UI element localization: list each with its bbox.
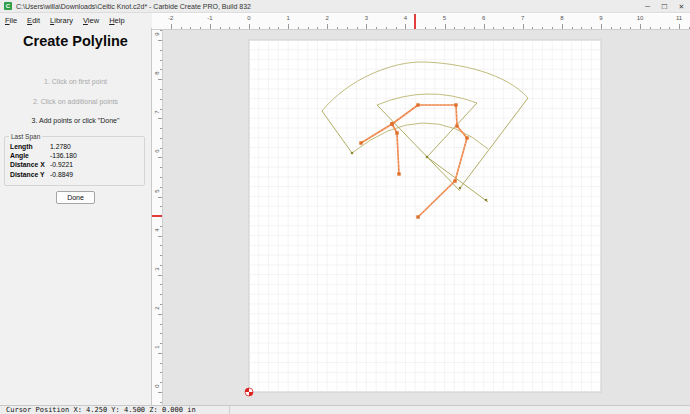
ruler-tick (190, 27, 191, 30)
polyline-vertex-marker (390, 122, 393, 125)
ruler-tick (464, 27, 465, 30)
ruler-tick (160, 50, 163, 51)
menu-item-library[interactable]: Library (50, 16, 73, 25)
ruler-label: 3 (365, 15, 368, 21)
ruler-tick (220, 27, 221, 30)
ruler-tick (288, 24, 289, 29)
cursor-position-readout: Cursor Position X: 4.250 Y: 4.500 Z: 0.0… (6, 406, 196, 414)
polyline-vertex-marker (455, 124, 458, 127)
ruler-tick (160, 255, 163, 256)
minimize-button[interactable]: ─ (639, 0, 656, 13)
ruler-tick (160, 324, 163, 325)
ruler-tick (158, 275, 163, 276)
ruler-tick (160, 187, 163, 188)
ruler-tick (158, 157, 163, 158)
ruler-tick (327, 24, 328, 29)
ruler-tick (679, 24, 680, 29)
close-button[interactable]: ✕ (673, 0, 690, 13)
app-icon: C (4, 2, 12, 10)
ruler-tick (552, 27, 553, 30)
ruler-tick (160, 99, 163, 100)
ruler-label: 11 (676, 15, 682, 21)
drawing-canvas[interactable] (163, 30, 690, 405)
ruler-tick (160, 372, 163, 373)
ruler-tick (158, 392, 163, 393)
ruler-tick (269, 27, 270, 30)
ruler-tick (513, 27, 514, 30)
ruler-label: 8 (560, 15, 563, 21)
cursor-marker-y (152, 215, 162, 217)
maximize-button[interactable]: ☐ (656, 0, 673, 13)
last-span-row: Length1.2780 (5, 142, 144, 151)
span-row-label: Length (10, 143, 50, 150)
window-title: C:\Users\willa\Downloads\Celtic Knot.c2d… (16, 3, 639, 10)
ruler-tick (158, 353, 163, 354)
ruler-tick (160, 265, 163, 266)
polyline-vertex-marker (395, 131, 398, 134)
step-3-instruction: 3. Add points or click "Done" (0, 117, 151, 124)
ruler-tick (158, 40, 163, 41)
ruler-label: 1 (286, 15, 289, 21)
ruler-tick (493, 27, 494, 30)
ruler-tick (523, 24, 524, 29)
done-button[interactable]: Done (56, 191, 95, 204)
ruler-label: 9 (599, 15, 602, 21)
ruler-tick (581, 27, 582, 30)
menu-item-file[interactable]: File (5, 16, 17, 25)
ruler-tick (160, 294, 163, 295)
ruler-tick (357, 27, 358, 30)
ruler-tick (660, 27, 661, 30)
ruler-tick (160, 148, 163, 149)
ruler-tick (160, 60, 163, 61)
ruler-tick (640, 24, 641, 29)
ruler-tick (386, 27, 387, 30)
ruler-tick (160, 343, 163, 344)
ruler-tick (591, 27, 592, 30)
polyline-vertex-marker (416, 215, 419, 218)
ruler-tick (454, 27, 455, 30)
last-span-row: Angle-136.180 (5, 151, 144, 160)
ruler-tick (160, 304, 163, 305)
ruler-tick (158, 79, 163, 80)
ruler-tick (562, 24, 563, 29)
canvas-svg[interactable] (163, 30, 690, 405)
ruler-tick (160, 30, 163, 31)
ruler-vertical: 0123456789 (152, 30, 163, 405)
ruler-tick (317, 27, 318, 30)
page-title: Create Polyline (0, 33, 151, 49)
last-span-row: Distance Y-0.8849 (5, 170, 144, 179)
origin-marker-quadrant (245, 388, 249, 392)
polyline-vertex-marker (465, 136, 468, 139)
ruler-tick (572, 27, 573, 30)
ruler-tick (200, 27, 201, 30)
polyline-vertex-marker (359, 141, 362, 144)
span-row-value: 1.2780 (50, 143, 71, 150)
ruler-tick (376, 27, 377, 30)
ruler-label: -1 (207, 15, 212, 21)
step-1-instruction: 1. Click on first point (0, 78, 151, 85)
ruler-tick (366, 24, 367, 29)
ruler-label: 0 (247, 15, 250, 21)
ruler-label: 5 (443, 15, 446, 21)
ruler-tick (181, 27, 182, 30)
ruler-tick (298, 27, 299, 30)
span-row-value: -136.180 (50, 152, 77, 159)
last-span-group: Last Span Length1.2780Angle-136.180Dista… (4, 136, 145, 186)
ruler-tick (160, 167, 163, 168)
last-span-legend: Last Span (9, 133, 42, 140)
polyline-vertex-marker (416, 103, 419, 106)
polyline-vertex-marker (454, 103, 457, 106)
ruler-tick (650, 27, 651, 30)
menu-item-edit[interactable]: Edit (27, 16, 40, 25)
menu-item-help[interactable]: Help (109, 16, 124, 25)
menu-item-view[interactable]: View (83, 16, 99, 25)
ruler-tick (160, 245, 163, 246)
ruler-tick (160, 363, 163, 364)
origin-marker-quadrant (249, 392, 253, 396)
span-row-value: -0.9221 (50, 161, 73, 168)
ruler-tick (160, 226, 163, 227)
ruler-tick (160, 128, 163, 129)
ruler-tick (474, 27, 475, 30)
ruler-corner (152, 14, 163, 30)
ruler-label: 10 (637, 15, 644, 21)
